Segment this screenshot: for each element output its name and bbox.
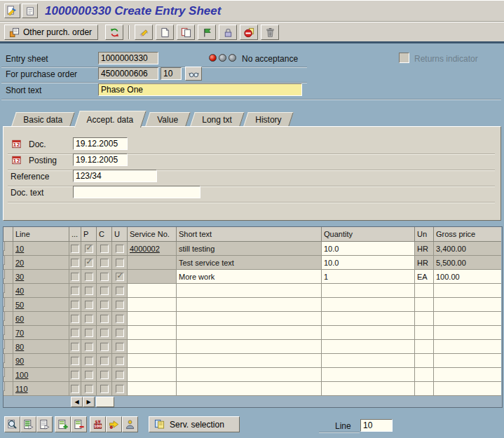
row-selector-button[interactable] — [4, 256, 5, 265]
c-checkbox[interactable] — [100, 329, 109, 337]
find-button[interactable] — [4, 416, 20, 432]
unit-cell[interactable] — [415, 382, 434, 396]
c-checkbox[interactable] — [100, 315, 109, 323]
dots-checkbox[interactable] — [71, 385, 79, 393]
horizontal-scrollbar[interactable]: ◀ ▶ — [4, 396, 502, 407]
line-number-link[interactable]: 50 — [15, 301, 24, 309]
u-checkbox[interactable] — [116, 329, 124, 337]
row-selector-button[interactable] — [4, 242, 5, 251]
c-checkbox[interactable] — [100, 343, 109, 351]
tab-long-txt[interactable]: Long txt — [190, 112, 245, 127]
gross-price-cell[interactable]: 5,500.00 — [434, 256, 501, 270]
row-selector[interactable] — [4, 312, 13, 326]
service-no-cell[interactable] — [128, 312, 177, 326]
unit-cell[interactable] — [415, 368, 434, 382]
service-no-cell[interactable] — [128, 270, 177, 284]
tab-basic-data[interactable]: Basic data — [11, 112, 75, 127]
gross-price-cell[interactable] — [434, 312, 501, 326]
row-selector[interactable] — [4, 298, 13, 312]
short-text-cell[interactable]: Test service text — [177, 256, 322, 270]
unit-cell[interactable] — [415, 326, 434, 340]
dots-checkbox[interactable] — [71, 371, 79, 379]
display-po-button[interactable] — [185, 67, 202, 81]
dots-checkbox[interactable] — [71, 357, 79, 365]
purchase-order-item-field[interactable] — [161, 67, 182, 80]
p-checkbox[interactable] — [85, 343, 93, 351]
copy-services-button[interactable] — [106, 416, 122, 432]
line-number-cell[interactable]: 40 — [13, 284, 69, 298]
c-checkbox[interactable] — [100, 357, 109, 365]
entry-sheet-field[interactable] — [98, 52, 158, 64]
tab-history[interactable]: History — [243, 112, 294, 127]
u-checkbox[interactable] — [116, 385, 124, 393]
p-checkbox[interactable] — [85, 371, 93, 379]
line-number-link[interactable]: 70 — [15, 329, 24, 337]
c-checkbox[interactable] — [100, 301, 109, 309]
row-selector-button[interactable] — [4, 340, 5, 349]
line-number-link[interactable]: 110 — [15, 385, 28, 393]
short-text-cell[interactable] — [177, 340, 322, 354]
quantity-cell[interactable] — [322, 368, 415, 382]
c-checkbox[interactable] — [100, 273, 109, 281]
service-no-cell[interactable]: 4000002 — [128, 242, 177, 256]
unit-cell[interactable] — [415, 298, 434, 312]
short-text-cell[interactable]: More work — [177, 270, 322, 284]
p-checkbox[interactable] — [85, 315, 93, 323]
gross-price-cell[interactable] — [434, 326, 501, 340]
quantity-cell[interactable]: 10.0 — [322, 256, 415, 270]
dots-checkbox[interactable] — [71, 329, 79, 337]
posting-date-field[interactable] — [73, 153, 128, 166]
row-selector[interactable] — [4, 242, 13, 256]
p-checkbox[interactable]: ✓ — [85, 259, 93, 267]
p-checkbox[interactable] — [85, 385, 93, 393]
unit-cell[interactable] — [415, 354, 434, 368]
row-selector[interactable] — [4, 326, 13, 340]
row-selector-button[interactable] — [4, 284, 5, 293]
short-text-cell[interactable] — [177, 354, 322, 368]
unit-cell[interactable]: HR — [415, 256, 434, 270]
lock-button[interactable] — [219, 25, 237, 40]
quantity-cell[interactable] — [322, 298, 415, 312]
p-checkbox[interactable] — [85, 357, 93, 365]
line-number-cell[interactable]: 70 — [13, 326, 69, 340]
line-number-link[interactable]: 30 — [15, 273, 24, 281]
line-number-link[interactable]: 40 — [15, 287, 24, 295]
row-selector[interactable] — [4, 256, 13, 270]
row-selector[interactable] — [4, 284, 13, 298]
gross-price-cell[interactable]: 100.00 — [434, 270, 501, 284]
c-checkbox[interactable] — [100, 245, 109, 253]
gross-price-button[interactable]: $¥100 — [90, 416, 106, 432]
unit-cell[interactable] — [415, 284, 434, 298]
row-selector[interactable] — [4, 368, 13, 382]
row-selector-button[interactable] — [4, 354, 5, 363]
dots-checkbox[interactable] — [71, 315, 79, 323]
dots-checkbox[interactable] — [71, 301, 79, 309]
row-selector[interactable] — [4, 382, 13, 396]
gross-price-cell[interactable] — [434, 340, 501, 354]
gross-price-cell[interactable] — [434, 298, 501, 312]
line-number-cell[interactable]: 90 — [13, 354, 69, 368]
line-number-link[interactable]: 10 — [15, 245, 24, 253]
service-no-cell[interactable] — [128, 354, 177, 368]
other-purch-order-button[interactable]: Other purch. order — [4, 25, 98, 40]
change-display-button[interactable] — [135, 25, 153, 40]
dots-checkbox[interactable] — [71, 245, 79, 253]
copy-button[interactable] — [177, 25, 195, 40]
p-checkbox[interactable] — [85, 273, 93, 281]
service-no-cell[interactable] — [128, 382, 177, 396]
u-checkbox[interactable] — [116, 315, 124, 323]
u-checkbox[interactable] — [116, 259, 124, 267]
tab-value[interactable]: Value — [145, 112, 191, 127]
line-number-field[interactable] — [360, 419, 393, 432]
p-checkbox[interactable] — [85, 329, 93, 337]
line-number-cell[interactable]: 60 — [13, 312, 69, 326]
c-checkbox[interactable] — [100, 287, 109, 295]
u-checkbox[interactable] — [116, 301, 124, 309]
dots-checkbox[interactable] — [71, 287, 79, 295]
service-no-cell[interactable] — [128, 256, 177, 270]
line-number-cell[interactable]: 110 — [13, 382, 69, 396]
quantity-cell[interactable] — [322, 354, 415, 368]
line-number-cell[interactable]: 30 — [13, 270, 69, 284]
row-selector[interactable] — [4, 354, 13, 368]
gross-price-cell[interactable]: 3,400.00 — [434, 242, 501, 256]
